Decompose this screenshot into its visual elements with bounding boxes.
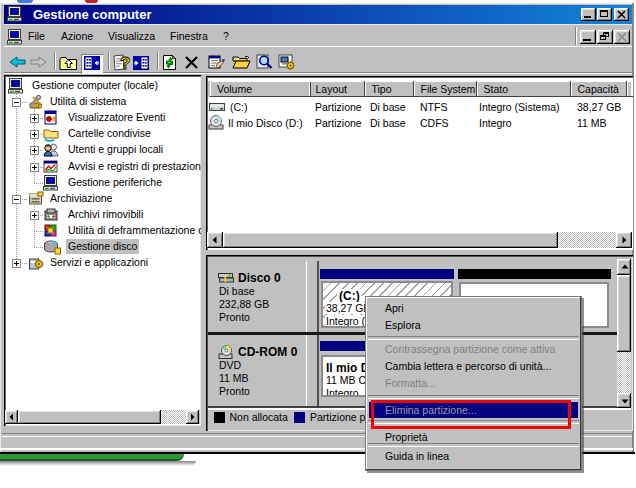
- svg-text:?: ?: [120, 54, 130, 71]
